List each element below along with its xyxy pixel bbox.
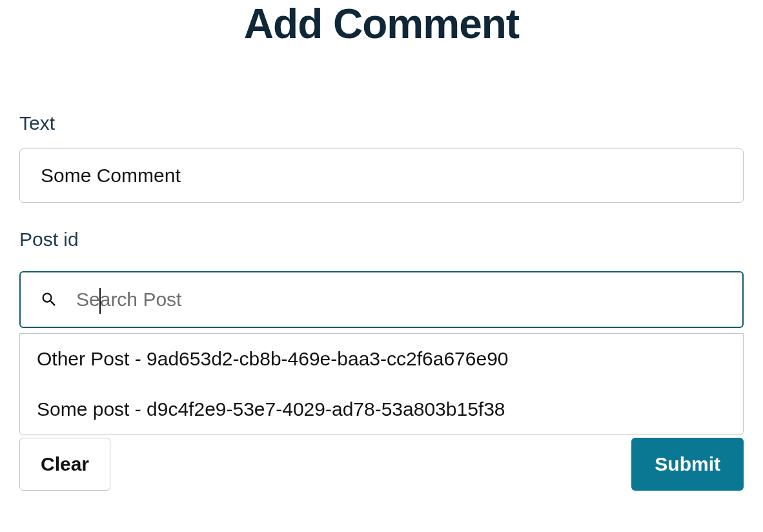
button-row: Clear Submit (19, 438, 744, 491)
dropdown-item[interactable]: Other Post - 9ad653d2-cb8b-469e-baa3-cc2… (20, 334, 743, 384)
dropdown-item[interactable]: Some post - d9c4f2e9-53e7-4029-ad78-53a8… (20, 384, 743, 435)
post-id-field-group: Post id Other Post - 9ad653d2-cb8b-469e-… (19, 229, 744, 435)
text-cursor (99, 288, 101, 314)
post-id-label: Post id (19, 229, 744, 251)
search-post-wrapper: Other Post - 9ad653d2-cb8b-469e-baa3-cc2… (19, 271, 744, 435)
page-title: Add Comment (19, 0, 744, 48)
submit-button[interactable]: Submit (631, 438, 744, 491)
text-input[interactable] (19, 148, 744, 203)
search-input-container[interactable] (19, 271, 744, 328)
search-icon (40, 291, 58, 309)
search-post-input[interactable] (76, 289, 723, 311)
text-field-group: Text (19, 112, 744, 203)
text-label: Text (19, 112, 744, 134)
post-dropdown: Other Post - 9ad653d2-cb8b-469e-baa3-cc2… (19, 333, 744, 435)
clear-button[interactable]: Clear (19, 438, 110, 491)
